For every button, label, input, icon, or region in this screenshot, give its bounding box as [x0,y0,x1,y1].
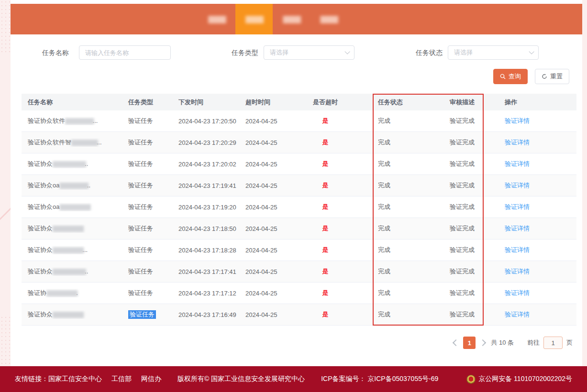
verify-detail-link[interactable]: 验证详情 [505,225,530,232]
task-type-value: 验证任务 [128,203,153,210]
task-name-prefix: 验证协众软件智 [28,139,71,146]
nav-item-3[interactable]: █████ [273,4,310,34]
is-timeout-value: 是 [322,117,329,124]
footer-link-miit[interactable]: 工信部 [111,375,132,383]
issue-time-cell: 2024-04-23 17:19:20 [172,204,239,211]
col-header-task-type: 任务类型 [122,98,172,107]
task-name-redacted: █████████████ [46,290,76,296]
is-timeout-value: 是 [322,268,329,275]
nav-items: █████ █████ █████ █████ [198,4,347,34]
task-name-cell: 验证协█████████████. [22,289,122,297]
col-header-review-desc: 审核描述 [443,98,498,107]
verify-detail-link[interactable]: 验证详情 [505,182,530,189]
task-name-redacted: █████████████ [59,204,89,210]
verify-detail-link[interactable]: 验证详情 [505,139,530,146]
is-timeout-cell: 是 [294,310,356,319]
table-header: 任务名称 任务类型 下发时间 超时时间 是否超时 任务状态 审核描述 操作 [22,94,576,110]
current-page-button[interactable]: 1 [463,337,476,349]
task-name-ellipsis: .. [85,160,88,167]
issue-time-cell: 2024-04-23 17:17:12 [172,290,239,297]
timeout-time-cell: 2024-04-25 [239,161,294,168]
timeout-time-cell: 2024-04-25 [239,247,294,254]
goto-suffix: 页 [566,338,573,347]
task-type-cell: 验证任务 [122,181,172,190]
verify-detail-link[interactable]: 验证详情 [505,117,530,124]
footer-link-cac[interactable]: 网信办 [141,375,161,383]
footer-link-gongxin-center[interactable]: 国家工信安全中心 [48,375,102,383]
table-row: 验证协众█████████████... 验证任务 2024-04-23 17:… [22,240,576,261]
task-name-redacted: █████████████ [53,247,82,253]
police-badge-icon [467,375,475,383]
task-status-cell: 完成 [356,203,443,211]
task-name-cell: 验证协众oa█████████████ [22,203,122,211]
copyright-text: 版权所有© 国家工业信息安全发展研究中心 [177,375,305,383]
verify-detail-link[interactable]: 验证详情 [505,246,530,253]
verify-detail-link[interactable]: 验证详情 [505,311,530,318]
prev-page-icon[interactable] [453,339,459,346]
total-count-text: 共 10 条 [491,338,514,347]
task-name-ellipsis: .. [87,182,90,189]
nav-item-3-label: █████ [283,16,300,23]
table-body: 验证协众软件████████████... 验证任务 2024-04-23 17… [22,110,576,326]
reset-button[interactable]: 重置 [535,69,569,84]
content-sheet: █████ █████ █████ █████ 任务名称 任务类型 请选择 任务… [11,0,582,366]
table-row: 验证协众█████████████ 验证任务 2024-04-23 17:18:… [22,218,576,240]
col-header-is-timeout: 是否超时 [294,98,356,107]
timeout-time-cell: 2024-04-25 [239,139,294,146]
table-row: 验证协众██████████████.. 验证任务 2024-04-23 17:… [22,153,576,175]
task-name-prefix: 验证协众软件 [28,117,65,124]
task-type-cell: 验证任务 [122,267,172,276]
task-name-cell: 验证协众█████████████ [22,310,122,319]
task-status-cell: 完成 [356,117,443,125]
task-type-cell: 验证任务 [122,246,172,254]
is-timeout-cell: 是 [294,289,356,297]
task-type-cell: 验证任务 [122,138,172,147]
task-name-label: 任务名称 [42,45,69,60]
nav-item-4[interactable]: █████ [310,4,347,34]
friendly-links-label: 友情链接： [15,375,48,383]
next-page-icon[interactable] [479,339,486,346]
task-name-cell: 验证协众██████████████.. [22,160,122,168]
review-desc-cell: 验证完成 [443,203,498,211]
task-status-cell: 完成 [356,160,443,168]
table-row: 验证协众软件████████████... 验证任务 2024-04-23 17… [22,110,576,132]
table-row: 验证协众█████████████ 验证任务 2024-04-23 17:16:… [22,304,576,326]
issue-time-cell: 2024-04-23 17:19:41 [172,182,239,189]
task-type-value: 验证任务 [128,246,153,253]
is-timeout-value: 是 [322,246,329,253]
is-timeout-cell: 是 [294,267,356,276]
goto-page-input[interactable] [543,337,563,349]
search-button[interactable]: 查询 [493,69,528,84]
task-status-placeholder: 请选择 [454,48,473,57]
issue-time-cell: 2024-04-23 17:20:02 [172,161,239,168]
nav-item-2-active[interactable]: █████ [235,4,273,34]
police-number: 京公网安备 11010702002202号 [478,375,572,383]
action-cell: 验证详情 [498,203,576,211]
task-name-cell: 验证协众oa████████████.. [22,181,122,190]
task-status-select[interactable]: 请选择 [448,45,539,60]
footer-content: 友情链接： 国家工信安全中心 工信部 网信办 版权所有© 国家工业信息安全发展研… [15,375,572,383]
task-type-value: 验证任务 [128,225,153,232]
verify-detail-link[interactable]: 验证详情 [505,160,530,167]
task-type-cell: 验证任务 [122,117,172,125]
task-type-select[interactable]: 请选择 [264,45,354,60]
review-desc-cell: 验证完成 [443,310,498,319]
is-timeout-cell: 是 [294,117,356,125]
task-name-input[interactable] [79,45,171,60]
issue-time-cell: 2024-04-23 17:20:50 [172,118,239,125]
nav-item-1[interactable]: █████ [198,4,235,34]
refresh-icon [542,74,547,79]
review-desc-cell: 验证完成 [443,289,498,297]
task-status-label: 任务状态 [416,45,443,60]
task-status-cell: 完成 [356,181,443,190]
verify-detail-link[interactable]: 验证详情 [505,289,530,296]
search-button-label: 查询 [509,72,521,81]
nav-item-2-label: █████ [245,16,263,23]
col-header-timeout-time: 超时时间 [239,98,294,107]
col-header-issue-time: 下发时间 [172,98,239,107]
verify-detail-link[interactable]: 验证详情 [505,268,530,275]
task-type-value: 验证任务 [128,182,153,189]
verify-detail-link[interactable]: 验证详情 [505,203,530,210]
is-timeout-value: 是 [322,139,329,146]
task-name-redacted: ████████████ [65,118,93,124]
